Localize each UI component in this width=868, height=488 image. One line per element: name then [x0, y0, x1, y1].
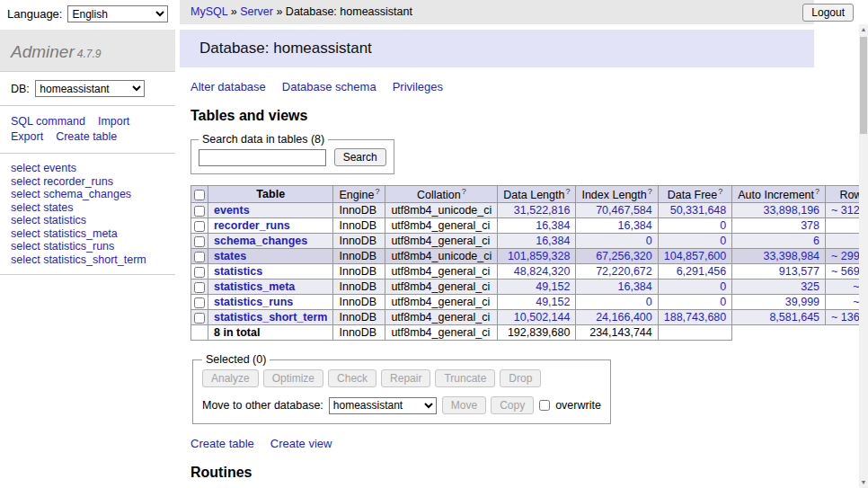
index-length-link[interactable]: 70,467,584	[596, 204, 652, 217]
column-help-link[interactable]: ?	[648, 187, 652, 196]
index-length-link[interactable]: 0	[646, 235, 652, 247]
row-checkbox-cell	[191, 234, 208, 249]
data-free-link[interactable]: 0	[720, 296, 726, 308]
auto-increment-link[interactable]: 39,999	[785, 296, 819, 308]
privileges-link[interactable]: Privileges	[393, 80, 443, 93]
row-checkbox-statistics_short_term[interactable]	[194, 313, 205, 324]
data-free-link[interactable]: 0	[720, 219, 726, 232]
column-header-label: Data Free	[668, 189, 718, 201]
row-checkbox-recorder_runs[interactable]	[194, 221, 205, 232]
search-button[interactable]: Search	[334, 148, 386, 166]
auto-increment-cell: 8,581,645	[732, 310, 826, 325]
data-length-link[interactable]: 31,522,816	[514, 204, 571, 217]
breadcrumb-link-mysql[interactable]: MySQL	[190, 5, 227, 18]
row-checkbox-cell	[191, 264, 208, 279]
data-free-link[interactable]: 0	[720, 235, 726, 247]
repair-button[interactable]: Repair	[381, 369, 430, 387]
row-checkbox-statistics_runs[interactable]	[194, 297, 205, 308]
analyze-button[interactable]: Analyze	[202, 369, 259, 387]
row-checkbox-states[interactable]	[194, 252, 205, 262]
app-name[interactable]: Adminer	[11, 42, 75, 61]
auto-increment-link[interactable]: 6	[813, 235, 819, 247]
move-button[interactable]: Move	[442, 396, 486, 414]
auto-increment-link[interactable]: 913,577	[779, 265, 819, 278]
language-select[interactable]: English	[67, 5, 168, 22]
data-free-link[interactable]: 104,857,600	[664, 250, 727, 262]
data-free-link[interactable]: 50,331,648	[670, 204, 727, 217]
auto-increment-link[interactable]: 325	[801, 280, 819, 293]
logout-button[interactable]: Logout	[802, 4, 854, 22]
index-length-link[interactable]: 72,220,672	[596, 265, 652, 278]
auto-increment-cell: 325	[732, 279, 826, 295]
table-name-link-recorder_runs[interactable]: recorder_runs	[214, 219, 290, 232]
check-button[interactable]: Check	[328, 369, 376, 387]
copy-button[interactable]: Copy	[491, 396, 534, 414]
index-length-link[interactable]: 16,384	[618, 219, 652, 232]
column-help-link[interactable]: ?	[815, 187, 819, 196]
optimize-button[interactable]: Optimize	[263, 369, 323, 387]
auto-increment-link[interactable]: 8,581,645	[769, 311, 819, 324]
index-length-link[interactable]: 16,384	[618, 280, 652, 293]
index-length-link[interactable]: 24,166,400	[596, 311, 652, 324]
row-checkbox-events[interactable]	[194, 206, 205, 217]
column-help-link[interactable]: ?	[565, 187, 570, 196]
create-view-link[interactable]: Create view	[270, 437, 332, 450]
data-length-link[interactable]: 101,859,328	[508, 250, 571, 262]
create-table-link[interactable]: Create table	[190, 437, 254, 450]
sidebar-table-link-select-statistics-short-term[interactable]: select statistics_short_term	[11, 253, 146, 266]
overwrite-checkbox[interactable]	[539, 400, 550, 411]
data-free-link[interactable]: 6,291,456	[677, 265, 727, 278]
data-free-link[interactable]: 0	[720, 280, 726, 293]
scrollbar[interactable]: ▲ ▼	[859, 24, 868, 488]
data-length-link[interactable]: 49,152	[536, 296, 570, 308]
scrollbar-down-icon[interactable]: ▼	[859, 477, 868, 488]
sidebar-table-link-select-statistics-runs[interactable]: select statistics_runs	[11, 240, 114, 253]
sidebar-table-link-select-states[interactable]: select states	[11, 201, 73, 214]
breadcrumb-link-server[interactable]: Server	[240, 5, 273, 18]
scrollbar-up-icon[interactable]: ▲	[859, 24, 868, 35]
search-input[interactable]	[199, 149, 326, 166]
sidebar-link-export[interactable]: Export	[11, 130, 43, 143]
row-checkbox-statistics[interactable]	[194, 267, 205, 278]
column-help-link[interactable]: ?	[718, 187, 722, 196]
auto-increment-link[interactable]: 33,398,984	[763, 250, 819, 262]
database-schema-link[interactable]: Database schema	[282, 80, 376, 93]
table-name-link-schema_changes[interactable]: schema_changes	[214, 235, 307, 247]
sidebar-table-link-select-schema-changes[interactable]: select schema_changes	[11, 188, 131, 200]
table-name-link-events[interactable]: events	[214, 204, 250, 217]
sidebar-table-link-select-recorder-runs[interactable]: select recorder_runs	[11, 175, 113, 188]
index-length-link[interactable]: 67,256,320	[596, 250, 652, 262]
sidebar-table-link-select-statistics[interactable]: select statistics	[11, 214, 86, 226]
table-name-link-statistics_runs[interactable]: statistics_runs	[214, 296, 293, 308]
move-db-select[interactable]: homeassistant	[329, 397, 437, 414]
drop-button[interactable]: Drop	[500, 369, 541, 387]
auto-increment-link[interactable]: 378	[801, 219, 819, 232]
index-length-link[interactable]: 0	[646, 296, 652, 308]
sidebar-table-link-select-events[interactable]: select events	[11, 162, 76, 174]
data-free-link[interactable]: 188,743,680	[664, 311, 727, 324]
sidebar-link-import[interactable]: Import	[98, 115, 129, 128]
auto-increment-link[interactable]: 33,898,196	[763, 204, 819, 217]
table-name-link-states[interactable]: states	[214, 250, 246, 262]
db-select[interactable]: homeassistant	[35, 80, 145, 97]
column-help-link[interactable]: ?	[375, 187, 379, 196]
truncate-button[interactable]: Truncate	[435, 369, 495, 387]
data-length-link[interactable]: 48,824,320	[514, 265, 571, 278]
data-length-link[interactable]: 16,384	[536, 235, 570, 247]
scrollbar-thumb[interactable]	[860, 37, 867, 134]
data-length-link[interactable]: 49,152	[536, 280, 570, 293]
alter-database-link[interactable]: Alter database	[190, 80, 266, 93]
data-length-link[interactable]: 16,384	[536, 219, 570, 232]
sidebar-link-create-table[interactable]: Create table	[56, 130, 117, 143]
table-name-link-statistics_short_term[interactable]: statistics_short_term	[214, 311, 327, 324]
overwrite-label[interactable]: overwrite	[555, 399, 601, 412]
column-help-link[interactable]: ?	[462, 187, 466, 196]
row-checkbox-statistics_meta[interactable]	[194, 282, 205, 293]
sidebar-link-sql-command[interactable]: SQL command	[11, 115, 85, 128]
row-checkbox-schema_changes[interactable]	[194, 236, 205, 247]
table-name-link-statistics[interactable]: statistics	[214, 265, 262, 278]
data-length-link[interactable]: 10,502,144	[514, 311, 571, 324]
sidebar-table-link-select-statistics-meta[interactable]: select statistics_meta	[11, 227, 118, 240]
select-all-checkbox[interactable]	[194, 190, 205, 200]
table-name-link-statistics_meta[interactable]: statistics_meta	[214, 280, 295, 293]
